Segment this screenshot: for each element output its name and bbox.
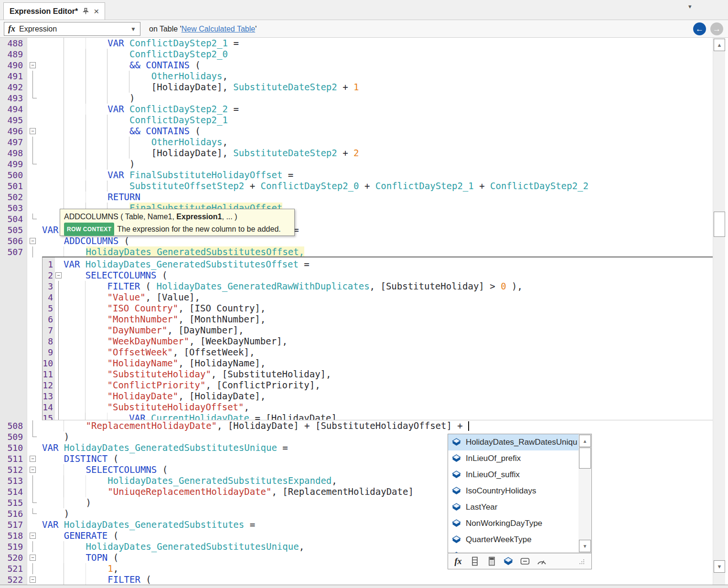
- close-icon[interactable]: ×: [94, 8, 99, 15]
- table-filter-icon[interactable]: [503, 556, 514, 567]
- code-line[interactable]: 489ConflictDayStep2_0: [0, 49, 712, 60]
- fold-margin[interactable]: −: [28, 60, 40, 71]
- code-line[interactable]: 6"MonthNumber", [MonthNumber],: [43, 314, 711, 325]
- autocomplete-scrollbar[interactable]: ▲ ▼: [578, 434, 591, 553]
- code-line[interactable]: 488VAR ConflictDayStep2_1 =: [0, 38, 712, 49]
- dax-code-editor[interactable]: 488VAR ConflictDayStep2_1 =489ConflictDa…: [0, 38, 728, 585]
- code-line[interactable]: 516): [0, 508, 712, 519]
- resize-grip[interactable]: [576, 556, 587, 567]
- code-line[interactable]: 510VAR HolidayDates_GeneratedSubstitutes…: [0, 442, 712, 453]
- fold-collapse-icon[interactable]: −: [30, 555, 36, 561]
- table-link[interactable]: New Calculated Table: [182, 25, 255, 33]
- code-line[interactable]: 514"UniuqeReplacementHolidayDate", [Repl…: [0, 486, 712, 497]
- pin-icon[interactable]: [83, 8, 89, 15]
- code-line[interactable]: 4"Value", [Value],: [43, 292, 711, 303]
- fold-collapse-icon[interactable]: −: [30, 238, 36, 244]
- code-line[interactable]: 2−SELECTCOLUMNS (: [43, 270, 711, 281]
- code-line[interactable]: 502RETURN: [0, 192, 712, 203]
- fold-margin[interactable]: −: [54, 270, 63, 281]
- autocomplete-item[interactable]: QuarterWeekType: [448, 532, 579, 548]
- fold-collapse-icon[interactable]: −: [30, 128, 36, 134]
- code-line[interactable]: 14"SubstituteHolidayOffset",: [43, 402, 711, 413]
- measure-filter-icon[interactable]: [520, 556, 530, 567]
- code-line[interactable]: 495ConflictDayStep2_1: [0, 115, 712, 126]
- code-line[interactable]: 10"HolidayName", [HolidayName],: [43, 358, 711, 369]
- code-line[interactable]: 493): [0, 93, 712, 104]
- code-line[interactable]: 490−&& CONTAINS (: [0, 60, 712, 71]
- code-line[interactable]: 501SubstituteOffsetStep2 + ConflictDaySt…: [0, 181, 712, 192]
- code-line[interactable]: 491OtherHolidays,: [0, 71, 712, 82]
- code-line[interactable]: 499): [0, 159, 712, 170]
- calculator-filter-icon[interactable]: [486, 556, 497, 567]
- code-line[interactable]: 500VAR FinalSubstituteHolidayOffset =: [0, 170, 712, 181]
- code-line[interactable]: 1VAR HolidayDates_GeneratedSubstitutesOf…: [43, 259, 711, 270]
- fold-margin[interactable]: −: [28, 126, 40, 137]
- code-line[interactable]: 496−&& CONTAINS (: [0, 126, 712, 137]
- expression-selector-dropdown[interactable]: fx Expression ▼: [4, 22, 140, 36]
- code-line[interactable]: 518−GENERATE (: [0, 530, 712, 541]
- fold-margin[interactable]: −: [28, 453, 40, 464]
- fold-collapse-icon[interactable]: −: [30, 577, 36, 583]
- code-line[interactable]: 497OtherHolidays,: [0, 137, 712, 148]
- scroll-down-button[interactable]: ▼: [714, 560, 725, 573]
- code-line[interactable]: 517VAR HolidayDates_GeneratedSubstitutes…: [0, 519, 712, 530]
- fold-margin[interactable]: −: [28, 235, 40, 246]
- code-line[interactable]: 509): [0, 431, 712, 442]
- code-line[interactable]: 522−FILTER (: [0, 574, 712, 585]
- scroll-up-button[interactable]: ▲: [714, 39, 725, 51]
- autocomplete-item[interactable]: HolidayDates_RawDatesUniqu: [448, 434, 579, 450]
- autocomplete-scroll-up-button[interactable]: ▲: [579, 435, 591, 447]
- column-filter-icon[interactable]: [470, 556, 480, 567]
- code-line[interactable]: 15VAR CurrentHolidayDate = [HolidayDate]: [43, 413, 711, 420]
- code-line[interactable]: 507HolidayDates_GeneratedSubstitutesOffs…: [0, 246, 712, 257]
- code-line[interactable]: 512−SELECTCOLUMNS (: [0, 464, 712, 475]
- fold-margin[interactable]: −: [28, 552, 40, 563]
- code-line[interactable]: 492[HolidayDate], SubstituteDateStep2 + …: [0, 82, 712, 93]
- code-line[interactable]: 8"WeekDayNumber", [WeekDayNumber],: [43, 336, 711, 347]
- tab-expression-editor[interactable]: Expression Editor* ×: [3, 2, 105, 20]
- fold-margin[interactable]: −: [28, 530, 40, 541]
- autocomplete-scroll-down-button[interactable]: ▼: [579, 540, 591, 552]
- fold-collapse-icon[interactable]: −: [30, 467, 36, 473]
- table-icon: [451, 438, 461, 447]
- kpi-filter-icon[interactable]: [536, 556, 547, 567]
- code-line[interactable]: 5"ISO Country", [ISO Country],: [43, 303, 711, 314]
- code-line[interactable]: 513HolidayDates_GeneratedSubstitutesExpa…: [0, 475, 712, 486]
- navigate-forward-button[interactable]: →: [710, 22, 723, 35]
- indent-guides: [42, 93, 129, 104]
- fold-margin[interactable]: −: [28, 574, 40, 585]
- code-line[interactable]: 506−ADDCOLUMNS (: [0, 235, 712, 246]
- fold-margin[interactable]: −: [28, 464, 40, 475]
- code-line[interactable]: 498[HolidayDate], SubstituteDateStep2 + …: [0, 148, 712, 159]
- autocomplete-item[interactable]: LastYear: [448, 499, 579, 515]
- fold-collapse-icon[interactable]: −: [30, 456, 36, 462]
- window-menu-chevron-down-icon[interactable]: ▾: [688, 3, 692, 10]
- code-line[interactable]: 12"ConflictPriority", [ConflictPriority]…: [43, 380, 711, 391]
- code-line[interactable]: 9"OffsetWeek", [OffsetWeek],: [43, 347, 711, 358]
- autocomplete-scrollbar-thumb[interactable]: [579, 448, 591, 469]
- code-line[interactable]: 515): [0, 497, 712, 508]
- fold-collapse-icon[interactable]: −: [30, 533, 36, 539]
- code-line[interactable]: 13"HolidayDate", [HolidayDate],: [43, 391, 711, 402]
- code-line[interactable]: 519HolidayDates_GeneratedSubstitutesUniq…: [0, 541, 712, 552]
- code-line[interactable]: 494VAR ConflictDayStep2_2 =: [0, 104, 712, 115]
- code-line[interactable]: 7"DayNumber", [DayNumber],: [43, 325, 711, 336]
- code-line[interactable]: 3FILTER ( HolidayDates_GeneratedRawWithD…: [43, 281, 711, 292]
- nested-expression-editor[interactable]: 1VAR HolidayDates_GeneratedSubstitutesOf…: [42, 257, 713, 420]
- autocomplete-item[interactable]: NonWorkingDayType: [448, 515, 579, 532]
- fold-collapse-icon[interactable]: −: [30, 62, 36, 68]
- scrollbar-thumb[interactable]: [714, 212, 725, 237]
- function-filter-icon[interactable]: fx: [453, 556, 463, 567]
- autocomplete-item[interactable]: IsoCountryHolidays: [448, 483, 579, 499]
- code-line[interactable]: 11"SubstituteHoliday", [SubstituteHolida…: [43, 369, 711, 380]
- fold-collapse-icon[interactable]: −: [55, 272, 62, 278]
- code-line[interactable]: 5211,: [0, 563, 712, 574]
- code-line[interactable]: 511−DISTINCT (: [0, 453, 712, 464]
- code-line[interactable]: 520−TOPN (: [0, 552, 712, 563]
- code-line[interactable]: 508"ReplacementHolidayDate", [HolidayDat…: [0, 420, 712, 431]
- navigate-back-button[interactable]: ←: [693, 22, 706, 35]
- editor-vertical-scrollbar[interactable]: ▲ ▼: [713, 38, 725, 585]
- autocomplete-item[interactable]: [448, 548, 579, 553]
- autocomplete-item[interactable]: InLieuOf_prefix: [448, 450, 579, 467]
- autocomplete-item[interactable]: InLieuOf_suffix: [448, 467, 579, 483]
